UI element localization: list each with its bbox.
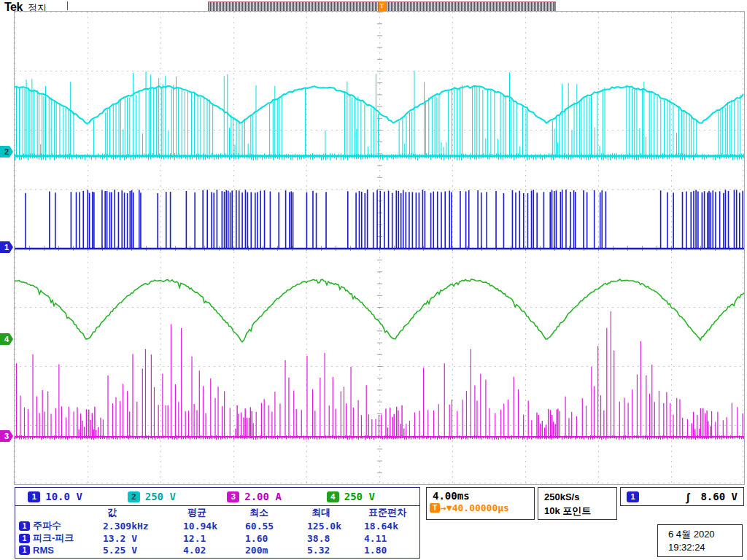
measurement-stddev: 1.80 — [364, 545, 419, 556]
measurement-header-row: 값 평균 최소 최대 표준편차 — [15, 505, 419, 519]
graticule — [14, 11, 745, 485]
trigger-panel: 1 ∫ 8.60 V — [620, 487, 744, 506]
measurement-max: 125.0k — [307, 521, 364, 532]
channel-4-ground-marker: 4 — [0, 333, 13, 345]
measurement-stddev: 18.64k — [364, 521, 419, 532]
channel-2-ground-marker: 2 — [0, 146, 13, 158]
measurement-min: 1.60 — [245, 533, 307, 544]
trigger-arrow-icon: →▼ — [441, 502, 452, 513]
channel-3-readout: 3 2.00 A — [227, 491, 307, 502]
trigger-level: 8.60 V — [700, 491, 738, 502]
timebase-panel: 4.00ms T →▼ 40.00000µs — [426, 487, 535, 520]
timebase-scale: 4.00ms — [433, 490, 534, 502]
channel-2-readout: 2 250 V — [128, 491, 208, 502]
channel-3-ground-marker: 3 — [0, 430, 13, 442]
measurement-min: 60.55 — [245, 521, 307, 532]
header-min: 최소 — [245, 506, 307, 519]
measurement-max: 38.8 — [307, 533, 364, 544]
trigger-slope-icon: ∫ — [686, 491, 689, 503]
measurement-table: 값 평균 최소 최대 표준편차 1 주파수 2.309kHz 10.94k 60… — [15, 505, 419, 558]
date-readout: 6 4월 2020 — [668, 528, 742, 541]
header-mean: 평균 — [183, 506, 245, 519]
measurement-value: 5.25 V — [103, 545, 183, 556]
measurement-mean: 4.02 — [183, 545, 245, 556]
measurement-name: 주파수 — [33, 519, 61, 532]
channel-1-readout: 1 10.0 V — [28, 491, 108, 502]
trigger-t-badge: T — [430, 503, 440, 513]
header-value: 값 — [103, 506, 183, 519]
measurement-name: RMS — [33, 545, 54, 556]
measurement-label: 1 RMS — [15, 545, 103, 556]
channel-2-scale: 250 V — [145, 491, 176, 502]
measurement-label: 1 주파수 — [15, 519, 103, 532]
measurement-stddev: 4.11 — [364, 533, 419, 544]
trigger-position-value: 40.00000µs — [452, 502, 509, 513]
trigger-source-badge: 1 — [627, 491, 639, 502]
sample-rate: 250kS/s — [544, 490, 616, 504]
measurement-value: 13.2 V — [103, 533, 183, 544]
trigger-position-readout: T →▼ 40.00000µs — [430, 502, 534, 513]
channel-3-scale: 2.00 A — [244, 491, 282, 502]
acquisition-panel: 250kS/s 10k 포인트 — [538, 487, 617, 520]
measurement-name: 피크-피크 — [33, 532, 74, 545]
channel-1-badge: 1 — [28, 491, 40, 502]
channel-scale-row: 1 10.0 V 2 250 V 3 2.00 A 4 250 V — [15, 488, 419, 506]
measurement-row-rms: 1 RMS 5.25 V 4.02 200m 5.32 1.80 — [15, 544, 419, 556]
record-length: 10k 포인트 — [544, 504, 616, 518]
channel-1-badge: 1 — [19, 545, 30, 555]
time-readout: 19:32:24 — [668, 541, 742, 554]
header-max: 최대 — [307, 506, 364, 519]
measurement-max: 5.32 — [307, 545, 364, 556]
trigger-position-tick: T — [378, 1, 386, 11]
channel-4-badge: 4 — [327, 491, 339, 502]
waveform-display — [15, 12, 744, 484]
channel-1-ground-marker: 1 — [0, 241, 13, 253]
measurement-row-peak-to-peak: 1 피크-피크 13.2 V 12.1 1.60 38.8 4.11 — [15, 532, 419, 544]
channel-3-badge: 3 — [227, 491, 239, 502]
channel-4-readout: 4 250 V — [327, 491, 407, 502]
channel-1-scale: 10.0 V — [45, 491, 82, 502]
channel-1-badge: 1 — [19, 521, 30, 531]
measurement-label: 1 피크-피크 — [15, 532, 103, 545]
record-view-bar: T — [208, 1, 556, 12]
header-stddev: 표준편차 — [364, 506, 419, 519]
channel-2-badge: 2 — [128, 491, 140, 502]
top-divider — [67, 1, 68, 10]
measurement-row-frequency: 1 주파수 2.309kHz 10.94k 60.55 125.0k 18.64… — [15, 519, 419, 532]
oscilloscope-screen: Tek 정지 T T 2 1 4 3 1 10.0 V 2 250 V 3 2.… — [0, 0, 747, 560]
measurement-min: 200m — [245, 545, 307, 556]
channel-and-measurement-panel: 1 10.0 V 2 250 V 3 2.00 A 4 250 V 값 평균 최… — [15, 487, 420, 559]
channel-1-badge: 1 — [19, 534, 30, 543]
measurement-mean: 10.94k — [183, 521, 245, 532]
datetime-panel: 6 4월 2020 19:32:24 — [657, 524, 743, 557]
measurement-mean: 12.1 — [183, 533, 245, 544]
channel-4-scale: 250 V — [344, 491, 375, 502]
measurement-value: 2.309kHz — [103, 521, 183, 532]
